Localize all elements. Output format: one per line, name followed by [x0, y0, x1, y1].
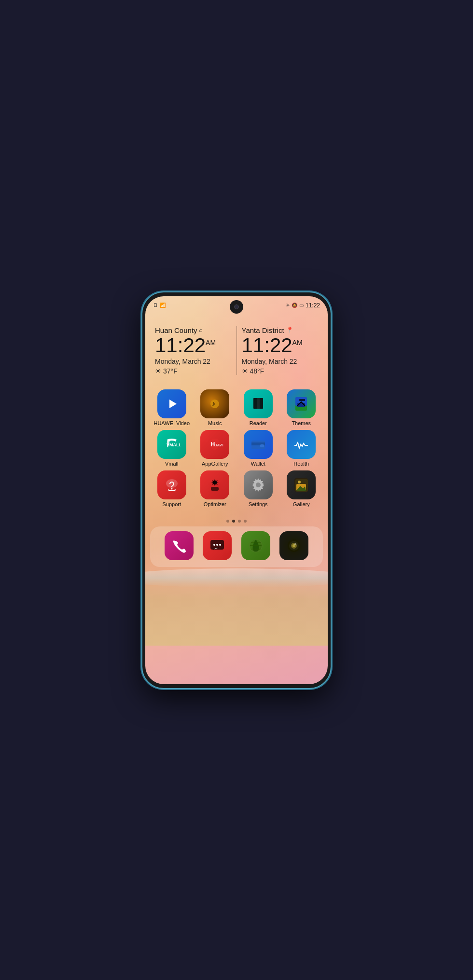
page-dots	[145, 516, 328, 526]
reader-icon	[244, 389, 273, 418]
health-label: Health	[293, 461, 309, 467]
page-dot-2[interactable]	[232, 520, 235, 523]
svg-point-17	[213, 481, 217, 484]
gallery-icon	[287, 470, 316, 499]
app-row-3: Support Optimizer	[150, 470, 323, 507]
svg-point-27	[213, 544, 215, 546]
support-icon	[157, 470, 186, 499]
city-1-time: 11:22AM	[155, 334, 232, 357]
location-icon: 📍	[286, 327, 293, 333]
city-2-date: Monday, March 22	[242, 358, 319, 365]
health-icon	[287, 430, 316, 459]
svg-rect-3	[253, 398, 257, 409]
optimizer-label: Optimizer	[204, 501, 226, 507]
camera-notch	[230, 300, 243, 314]
appgallery-icon: H UAWEI	[200, 430, 229, 459]
vmall-icon: VMALL	[157, 430, 186, 459]
huawei-video-icon	[157, 389, 186, 418]
svg-point-16	[171, 488, 172, 489]
music-icon: ♪	[200, 389, 229, 418]
clock-divider	[236, 326, 237, 375]
phone-frame: 🗒 📶 ✳ 🔕 ▭ 11:22 Huan County ⌂ 11:22AM M	[142, 292, 331, 688]
optimizer-icon	[200, 470, 229, 499]
city-1-name: Huan County ⌂	[155, 326, 232, 334]
wallet-icon	[244, 430, 273, 459]
beach-decoration	[145, 568, 328, 646]
appgallery-label: AppGallery	[202, 461, 228, 467]
app-vmall[interactable]: VMALL Vmall	[153, 430, 191, 467]
sun-icon-1: ☀	[155, 367, 161, 375]
page-dot-4[interactable]	[244, 520, 247, 523]
svg-rect-18	[211, 487, 219, 491]
svg-text:♪: ♪	[212, 400, 215, 407]
app-settings[interactable]: Settings	[239, 470, 278, 507]
app-grid: HUAWEI Video ♪ Music	[145, 380, 328, 516]
city-2-name: Yanta District 📍	[242, 326, 319, 334]
city-2-weather: ☀ 48°F	[242, 367, 319, 375]
svg-point-29	[219, 544, 221, 546]
svg-text:UAWEI: UAWEI	[214, 443, 223, 447]
city-1-weather: ☀ 37°F	[155, 367, 232, 375]
clock-city-1: Huan County ⌂ 11:22AM Monday, March 22 ☀…	[155, 326, 232, 375]
camera-icon	[279, 531, 308, 560]
settings-label: Settings	[249, 501, 268, 507]
time-display: 11:22	[306, 302, 320, 309]
app-reader[interactable]: Reader	[239, 389, 278, 426]
huawei-video-label: HUAWEI Video	[153, 420, 190, 426]
alarm-icon: 🔕	[292, 303, 297, 308]
svg-marker-0	[169, 400, 177, 408]
city-1-date: Monday, March 22	[155, 358, 232, 365]
app-gallery[interactable]: Gallery	[282, 470, 320, 507]
themes-icon	[287, 389, 316, 418]
app-health[interactable]: Health	[282, 430, 320, 467]
city-2-time: 11:22AM	[242, 334, 319, 357]
page-dot-1[interactable]	[226, 520, 229, 523]
svg-point-28	[216, 544, 218, 546]
app-wallet[interactable]: Wallet	[239, 430, 278, 467]
vmall-label: Vmall	[165, 461, 179, 467]
svg-text:VMALL: VMALL	[167, 442, 181, 447]
reader-label: Reader	[250, 420, 267, 426]
front-camera	[234, 304, 239, 309]
svg-point-20	[256, 483, 261, 487]
page-dot-3[interactable]	[238, 520, 241, 523]
wallet-label: Wallet	[251, 461, 265, 467]
svg-rect-4	[259, 398, 263, 409]
browser-icon	[241, 531, 270, 560]
battery-icon: ▭	[299, 303, 304, 308]
messages-icon	[203, 531, 232, 560]
support-label: Support	[162, 501, 181, 507]
home-icon: ⌂	[199, 327, 203, 333]
sun-icon-2: ☀	[242, 367, 248, 375]
app-row-2: VMALL Vmall H UAWEI AppGallery	[150, 430, 323, 467]
app-support[interactable]: Support	[153, 470, 191, 507]
app-row-1: HUAWEI Video ♪ Music	[150, 389, 323, 426]
phone-screen: 🗒 📶 ✳ 🔕 ▭ 11:22 Huan County ⌂ 11:22AM M	[145, 296, 328, 684]
settings-icon	[244, 470, 273, 499]
svg-rect-15	[260, 444, 264, 447]
svg-rect-9	[299, 399, 305, 401]
dock-camera[interactable]	[275, 531, 314, 562]
svg-point-24	[298, 481, 301, 483]
music-label: Music	[208, 420, 222, 426]
clock-city-2: Yanta District 📍 11:22AM Monday, March 2…	[242, 326, 319, 375]
app-optimizer[interactable]: Optimizer	[195, 470, 234, 507]
gallery-label: Gallery	[293, 501, 310, 507]
app-themes[interactable]: Themes	[282, 389, 320, 426]
app-music[interactable]: ♪ Music	[195, 389, 234, 426]
status-left-icons: 🗒 📶	[153, 303, 166, 308]
app-huawei-video[interactable]: HUAWEI Video	[153, 389, 191, 426]
phone-icon	[165, 531, 194, 560]
dock-messages[interactable]	[198, 531, 237, 562]
dock-phone[interactable]	[160, 531, 198, 562]
status-right-icons: ✳ 🔕 ▭ 11:22	[286, 302, 320, 309]
svg-rect-5	[257, 398, 260, 409]
clock-widget: Huan County ⌂ 11:22AM Monday, March 22 ☀…	[145, 312, 328, 380]
dock-browser[interactable]	[236, 531, 275, 562]
wifi-icon: 📶	[160, 303, 166, 308]
app-appgallery[interactable]: H UAWEI AppGallery	[195, 430, 234, 467]
dock	[150, 526, 323, 567]
svg-point-36	[294, 543, 296, 545]
themes-label: Themes	[292, 420, 311, 426]
bluetooth-icon: ✳	[286, 303, 290, 308]
